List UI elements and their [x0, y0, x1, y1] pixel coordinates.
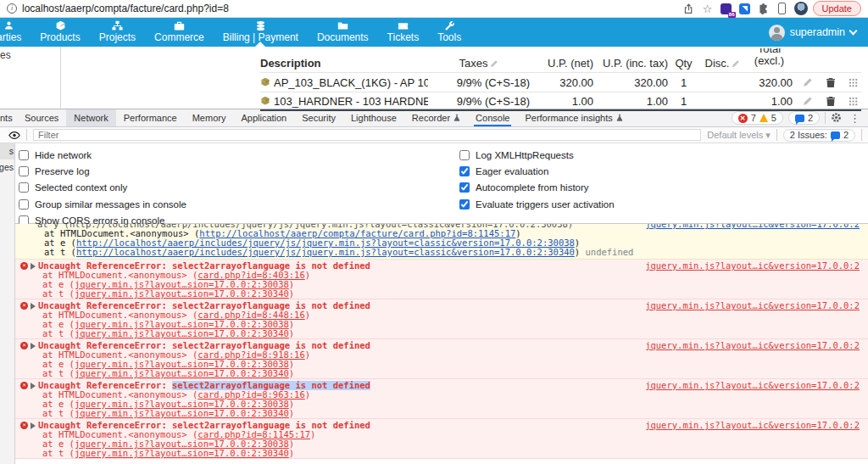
drag-handle-icon[interactable] — [849, 97, 858, 106]
expand-triangle-icon[interactable] — [31, 343, 36, 349]
profile-avatar[interactable] — [794, 2, 808, 15]
source-link[interactable]: jquery.min.js?layout…sion=17.0.0:2:30340 — [75, 328, 289, 338]
console-error-list: ✕Uncaught ReferenceError: select2arrayof… — [15, 260, 868, 459]
expand-triangle-icon[interactable] — [31, 303, 36, 310]
source-link[interactable]: jquery.min.js?layout…ic&version=17.0.0:2 — [645, 224, 860, 229]
source-link[interactable]: jquery.min.js?layout…sion=17.0.0:2:30340 — [75, 288, 289, 299]
extension-badge: 86 — [728, 12, 736, 18]
tab-sources[interactable]: Sources — [17, 109, 66, 126]
tab-label: Performance insights — [525, 113, 612, 123]
checkbox-eager-evaluation[interactable]: Eager evaluation — [459, 163, 868, 179]
tab-network[interactable]: Network — [66, 109, 115, 126]
bookmark-star-icon[interactable]: ☆ — [701, 2, 715, 15]
source-link[interactable]: jquery.min.js?layout…sion=17.0.0:2:30340 — [75, 368, 289, 378]
stack-text: ) — [305, 389, 310, 400]
tab-nts[interactable]: nts — [0, 109, 17, 126]
kebab-menu-icon[interactable]: ⋮ — [847, 113, 863, 124]
checkbox-autocomplete-from-history[interactable]: Autocomplete from history — [459, 180, 868, 196]
share-icon[interactable] — [682, 2, 696, 15]
tab-application[interactable]: Application — [233, 109, 294, 126]
nav-item-commerce[interactable]: Commerce — [145, 18, 214, 47]
tab-recorder[interactable]: Recorder — [404, 109, 468, 126]
tab-lighthouse[interactable]: Lighthouse — [343, 109, 404, 126]
tab-console[interactable]: Console — [468, 109, 517, 126]
checkbox-selected-context-only[interactable]: Selected context only — [19, 180, 459, 196]
console-sidebar-item[interactable]: ages — [0, 159, 14, 176]
site-info-icon[interactable]: i — [7, 3, 17, 14]
tab-security[interactable]: Security — [294, 109, 343, 126]
source-link[interactable]: http://localhost/aaerp/includes/jquery/j… — [76, 247, 575, 257]
prompt-chevron-icon: > — [22, 461, 28, 464]
nav-item-billing-payment[interactable]: Billing | Payment — [214, 18, 308, 47]
device-icon[interactable] — [776, 2, 789, 15]
checkbox-input-evaluate-triggers-user-activation[interactable] — [459, 199, 470, 210]
source-link[interactable]: jquery.min.js?layout…ic&version=17.0.0:2 — [645, 381, 860, 390]
browser-update-button[interactable]: Update — [813, 1, 861, 16]
edit-line-icon[interactable] — [803, 96, 813, 106]
console-sidebar-item[interactable]: s — [0, 143, 14, 159]
log-levels-dropdown[interactable]: Default levels▾ — [707, 130, 771, 141]
checkbox-input-autocomplete-from-history[interactable] — [459, 182, 470, 193]
checkbox-input-hide-network[interactable] — [19, 150, 29, 160]
nav-item-products[interactable]: Products — [31, 18, 89, 47]
checkbox-group-similar-messages-in-console[interactable]: Group similar messages in console — [19, 196, 459, 212]
checkbox-label: Log XMLHttpRequests — [476, 150, 574, 160]
devtools-tabs: ntsSourcesNetworkPerformanceMemoryApplic… — [0, 109, 631, 126]
extension-blue-icon[interactable] — [738, 2, 752, 15]
product-cell[interactable]: 103_HARDNER - 103 HARDNER — [260, 95, 428, 108]
console-main: Hide networkPreserve logSelected context… — [15, 143, 868, 464]
source-link[interactable]: jquery.min.js?layout…sion=17.0.0:2:30340 — [75, 448, 289, 458]
checkbox-preserve-log[interactable]: Preserve log — [19, 163, 459, 179]
source-link[interactable]: jquery.min.js?layout…ic&version=17.0.0:2 — [645, 421, 860, 430]
extension-purple-icon[interactable]: 86 — [720, 2, 733, 15]
chevron-down-icon: ▾ — [765, 130, 771, 141]
drag-handle-icon[interactable] — [849, 78, 858, 87]
live-expression-eye-icon[interactable] — [8, 131, 20, 140]
checkbox-input-selected-context-only[interactable] — [19, 182, 29, 193]
console-counts-chip[interactable]: ✕ 7 5 — [732, 111, 783, 125]
settings-gear-icon[interactable] — [831, 112, 842, 125]
delete-line-icon[interactable] — [826, 77, 836, 88]
console-prompt[interactable]: > — [15, 459, 868, 464]
source-link[interactable]: jquery.min.js?layout…ic&version=17.0.0:2 — [645, 261, 860, 271]
checkbox-input-eager-evaluation[interactable] — [459, 166, 470, 176]
checkbox-evaluate-triggers-user-activation[interactable]: Evaluate triggers user activation — [459, 196, 868, 212]
source-link[interactable]: jquery.min.js?layout…sion=17.0.0:2:30340 — [75, 408, 289, 418]
expand-triangle-icon[interactable] — [31, 383, 36, 389]
warning-count-icon — [760, 114, 768, 122]
extensions-puzzle-icon[interactable] — [757, 2, 771, 15]
checkbox-input-log-xmlhttprequests[interactable] — [459, 150, 470, 160]
console-body: sages Hide networkPreserve logSelected c… — [0, 143, 868, 464]
user-avatar — [769, 25, 785, 41]
tab-performance[interactable]: Performance — [116, 109, 185, 126]
delete-line-icon[interactable] — [826, 96, 836, 107]
issues-bar-chip[interactable]: 2 Issues: 2 — [783, 129, 855, 142]
nav-item-tools[interactable]: Tools — [428, 18, 470, 47]
user-menu[interactable]: superadmin — [757, 18, 868, 47]
tab-performance-insights[interactable]: Performance insights — [517, 109, 630, 126]
expand-triangle-icon[interactable] — [31, 422, 36, 429]
error-icon: ✕ — [20, 382, 28, 389]
source-link[interactable]: jquery.min.js?layout…ic&version=17.0.0:2 — [645, 341, 860, 350]
checkbox-log-xmlhttprequests[interactable]: Log XMLHttpRequests — [459, 147, 868, 163]
console-filter-input[interactable] — [33, 129, 701, 141]
checkbox-input-preserve-log[interactable] — [19, 166, 29, 176]
nav-item-projects[interactable]: Projects — [90, 18, 145, 47]
url-text[interactable]: localhost/aaerp/compta/facture/card.php?… — [22, 3, 677, 14]
expand-triangle-icon[interactable] — [31, 263, 36, 270]
product-cell[interactable]: AP_103_BLACK_(1KG) - AP 103 BLACK (1KG) — [260, 76, 428, 89]
nav-item-tickets[interactable]: Tickets — [378, 18, 429, 47]
nav-item-label: Tickets — [387, 31, 420, 44]
nav-item-arties[interactable]: arties — [0, 18, 31, 47]
edit-line-icon[interactable] — [803, 77, 813, 87]
tab-memory[interactable]: Memory — [185, 109, 234, 126]
issues-count-chip[interactable]: 2 — [788, 111, 820, 125]
nav-item-documents[interactable]: Documents — [308, 18, 378, 47]
up-inc-cell: 320.00 — [593, 76, 668, 89]
divider — [861, 129, 862, 141]
source-link[interactable]: jquery.min.js?layout…ic&version=17.0.0:2 — [645, 301, 860, 310]
checkbox-hide-network[interactable]: Hide network — [19, 147, 459, 163]
total-cell: 1.00 — [746, 95, 793, 108]
checkbox-input-group-similar-messages-in-console[interactable] — [19, 199, 29, 210]
settings-left-column: Hide networkPreserve logSelected context… — [19, 147, 459, 229]
